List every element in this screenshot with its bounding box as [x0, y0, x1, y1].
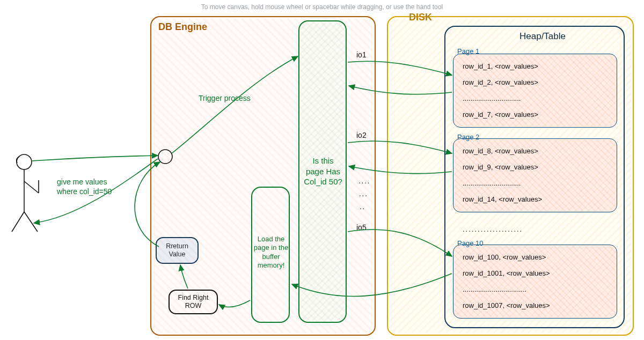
- return-value-box: Rreturn Value: [156, 237, 199, 264]
- table-row: row_id_1007, <row_values>: [463, 301, 550, 309]
- user-icon: [12, 154, 39, 232]
- arrow-query: [32, 156, 158, 161]
- find-row-label: Find Right ROW: [170, 294, 217, 310]
- db-engine-label: DB Engine: [158, 21, 207, 33]
- table-row: row_id_100, <row_values>: [463, 253, 546, 261]
- canvas-hint: To move canvas, hold mouse wheel or spac…: [201, 3, 443, 11]
- return-value-label: Rreturn Value: [157, 242, 197, 258]
- svg-point-0: [17, 154, 32, 169]
- find-row-box: Find Right ROW: [169, 290, 218, 314]
- heap-table-label: Heap/Table: [519, 31, 566, 42]
- diagram-canvas[interactable]: To move canvas, hold mouse wheel or spac…: [0, 0, 644, 340]
- io-dots: ..: [360, 203, 365, 211]
- table-row: ..............................: [463, 94, 521, 102]
- table-row: .................................: [463, 285, 526, 293]
- buffer-memory-label: Load the page in the buffer memory!: [252, 235, 290, 270]
- page-2-label: Page 2: [457, 133, 479, 141]
- table-row: ..............................: [463, 179, 521, 187]
- page-10-label: Page 10: [457, 239, 483, 247]
- table-row: row_id_8, <row_values>: [463, 147, 538, 155]
- io-label-2: io2: [356, 131, 367, 139]
- table-row: row_id_9, <row_values>: [463, 163, 538, 171]
- io-dots: ....: [358, 177, 370, 185]
- page-1-label: Page 1: [457, 47, 479, 55]
- table-row: row_id_14, <row_values>: [463, 195, 542, 203]
- page-gap-dots: ....................: [463, 225, 523, 233]
- io-label-5: io5: [356, 223, 367, 232]
- table-row: row_id_1001, <row_values>: [463, 269, 550, 277]
- table-row: row_id_7, <row_values>: [463, 110, 538, 119]
- io-dots: ...: [359, 190, 368, 198]
- table-row: row_id_1, <row_values>: [463, 62, 538, 70]
- page-check-label: Is this page Has Col_id 50?: [304, 156, 342, 187]
- query-text: give me values where col_id=50: [57, 177, 121, 196]
- table-row: row_id_2, <row_values>: [463, 78, 538, 86]
- trigger-label: Trigger process: [199, 94, 251, 102]
- io-label-1: io1: [356, 50, 367, 59]
- disk-label: DISK: [409, 12, 432, 23]
